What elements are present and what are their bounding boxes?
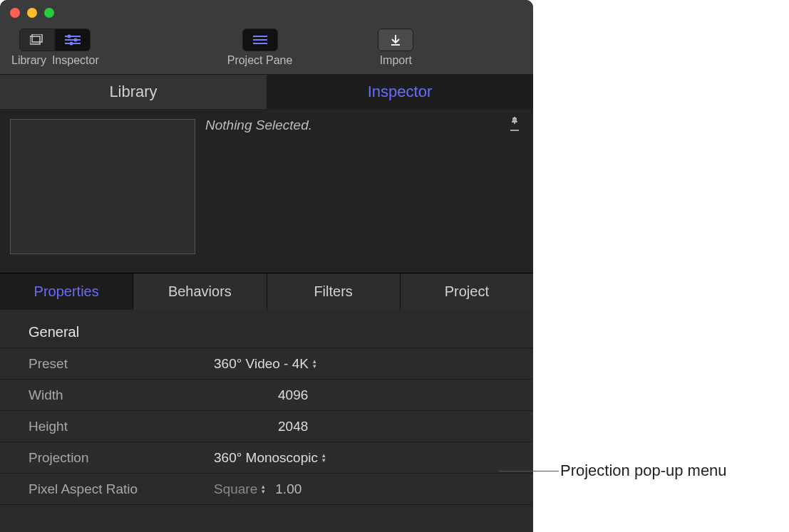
preview-area: Nothing Selected. [0, 109, 533, 273]
toolbar-group-library-inspector: Library Inspector [11, 28, 99, 67]
close-icon[interactable] [10, 8, 20, 18]
tab-inspector[interactable]: Inspector [267, 75, 533, 109]
toolbar-label: Project Pane [227, 54, 293, 67]
svg-point-7 [70, 42, 73, 46]
selection-status: Nothing Selected. [205, 118, 312, 273]
subtab-project[interactable]: Project [401, 273, 533, 310]
label-preset: Preset [29, 356, 214, 372]
row-projection: Projection 360° Monoscopic ▴▾ [0, 442, 533, 474]
label-height: Height [29, 419, 214, 434]
window-controls [10, 8, 54, 18]
preview-thumbnail [10, 119, 195, 254]
toolbar-group-import: Import [378, 28, 413, 67]
svg-rect-1 [32, 34, 42, 42]
inspector-button[interactable] [55, 28, 91, 51]
sliders-icon [65, 34, 81, 46]
toolbar-label: Import [380, 54, 412, 67]
tab-library[interactable]: Library [0, 75, 267, 109]
zoom-icon[interactable] [44, 8, 54, 18]
par-value: Square [214, 481, 257, 497]
project-pane-button[interactable] [242, 28, 278, 51]
par-numeric: 1.00 [275, 481, 301, 497]
width-value: 4096 [278, 387, 308, 403]
minimize-icon[interactable] [27, 8, 37, 18]
library-icon [30, 34, 44, 46]
toolbar-label: Library [11, 54, 46, 67]
projection-popup[interactable]: 360° Monoscopic ▴▾ [214, 450, 519, 466]
height-field[interactable]: 2048 [214, 419, 519, 434]
callout-label: Projection pop-up menu [560, 461, 727, 480]
projection-value: 360° Monoscopic [214, 450, 318, 466]
row-width: Width 4096 [0, 380, 533, 411]
label-projection: Projection [29, 450, 214, 466]
row-pixel-aspect-ratio: Pixel Aspect Ratio Square ▴▾ 1.00 [0, 474, 533, 505]
callout-line [499, 471, 559, 471]
app-window: Library Inspector Project Pane [0, 0, 533, 532]
library-button[interactable] [19, 28, 55, 51]
width-field[interactable]: 4096 [214, 387, 519, 403]
properties-panel: General Preset 360° Video - 4K ▴▾ Width … [0, 310, 533, 505]
section-heading-general: General [0, 315, 533, 348]
row-preset: Preset 360° Video - 4K ▴▾ [0, 348, 533, 380]
height-value: 2048 [278, 419, 308, 434]
panel-tabs: Library Inspector [0, 75, 533, 109]
subtab-behaviors[interactable]: Behaviors [133, 273, 267, 310]
toolbar-group-project-pane: Project Pane [227, 28, 293, 67]
import-button[interactable] [378, 28, 413, 51]
updown-icon: ▴▾ [313, 359, 316, 369]
preset-popup[interactable]: 360° Video - 4K ▴▾ [214, 356, 519, 372]
toolbar-label: Inspector [52, 54, 99, 67]
subtab-filters[interactable]: Filters [267, 273, 401, 310]
label-width: Width [29, 387, 214, 403]
download-icon [390, 34, 401, 46]
inspector-tabs: Properties Behaviors Filters Project [0, 273, 533, 310]
pin-icon[interactable] [509, 116, 520, 132]
subtab-properties[interactable]: Properties [0, 273, 133, 310]
titlebar [0, 0, 533, 26]
updown-icon: ▴▾ [262, 484, 265, 494]
list-icon [252, 35, 268, 45]
par-popup[interactable]: Square ▴▾ 1.00 [214, 481, 519, 497]
row-height: Height 2048 [0, 411, 533, 442]
preset-value: 360° Video - 4K [214, 356, 309, 372]
toolbar: Library Inspector Project Pane [0, 26, 533, 75]
svg-point-3 [68, 35, 71, 38]
label-par: Pixel Aspect Ratio [29, 481, 214, 497]
svg-point-5 [74, 38, 78, 42]
svg-rect-0 [30, 36, 40, 44]
updown-icon: ▴▾ [322, 453, 326, 463]
